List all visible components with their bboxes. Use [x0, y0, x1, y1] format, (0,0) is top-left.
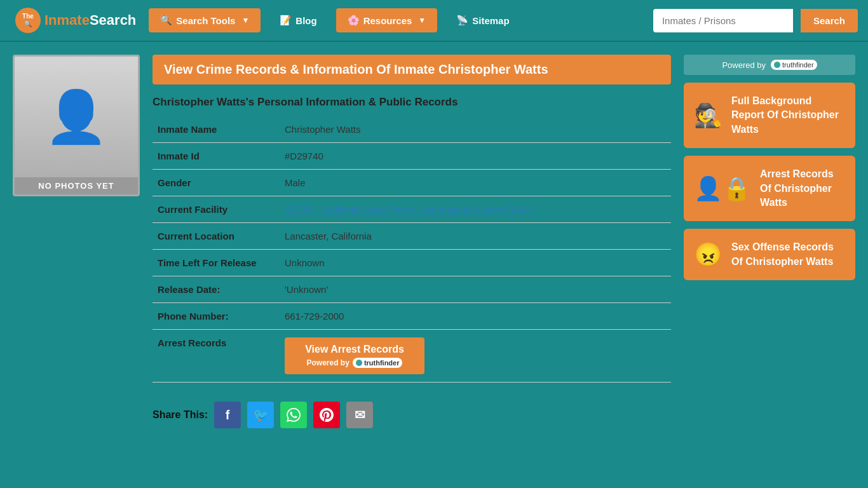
- blog-icon: 📝: [280, 15, 292, 26]
- section-subtitle: Christopher Watts's Personal Information…: [153, 96, 671, 109]
- blog-label: Blog: [295, 15, 316, 26]
- photo-placeholder: 👤: [15, 57, 138, 177]
- share-section: Share This: f 🐦 ✉: [153, 402, 671, 428]
- powered-by-text: Powered by: [307, 358, 349, 367]
- resources-arrow: ▼: [418, 16, 426, 25]
- row-label: Current Location: [153, 223, 280, 250]
- full-background-label: Full Background Report Of Christopher Wa…: [731, 94, 845, 137]
- sidebar-powered-by: Powered by truthfinder: [684, 55, 855, 75]
- header: The🔍 InmateSearch 🔍 Search Tools ▼ 📝 Blo…: [0, 0, 868, 42]
- row-value: Unknown: [280, 250, 671, 276]
- row-label: Release Date:: [153, 276, 280, 303]
- sitemap-label: Sitemap: [472, 15, 509, 26]
- share-twitter-button[interactable]: 🐦: [247, 402, 274, 428]
- table-row: Time Left For ReleaseUnknown: [153, 250, 671, 276]
- sidebar-tf-badge: truthfinder: [771, 60, 817, 70]
- sidebar-powered-by-text: Powered by: [722, 60, 766, 70]
- row-label: Current Facility: [153, 196, 280, 223]
- sidebar-tf-dot: [774, 62, 780, 68]
- search-tools-label: Search Tools: [176, 15, 235, 26]
- main-content: 👤 NO PHOTOS YET View Crime Records & Inf…: [0, 42, 868, 441]
- table-row: Current LocationLancaster, California: [153, 223, 671, 250]
- logo-text: InmateSearch: [44, 12, 136, 29]
- sidebar-arrest-records-button[interactable]: 👤🔒 Arrest Records Of Christopher Watts: [684, 156, 855, 221]
- sex-offense-label: Sex Offense Records Of Christopher Watts: [731, 240, 845, 269]
- row-label: Gender: [153, 170, 280, 196]
- arrest-row-table: Arrest Records View Arrest Records Power…: [153, 330, 671, 383]
- info-table: Inmate NameChristopher WattsInmate Id#D2…: [153, 116, 671, 330]
- detective-icon: 🕵️: [694, 104, 722, 127]
- table-row: Release Date:'Unknown': [153, 276, 671, 303]
- share-pinterest-button[interactable]: [313, 402, 340, 428]
- search-tools-arrow: ▼: [241, 16, 249, 25]
- sex-offense-icon: 😠: [694, 243, 722, 266]
- row-label: Inmate Id: [153, 143, 280, 170]
- arrest-records-sidebar-label: Arrest Records Of Christopher Watts: [760, 167, 845, 210]
- sidebar-full-background-button[interactable]: 🕵️ Full Background Report Of Christopher…: [684, 83, 855, 148]
- table-row: Inmate NameChristopher Watts: [153, 116, 671, 143]
- row-value[interactable]: CDCR - California State Prison, Los Ange…: [280, 196, 671, 223]
- table-row: Inmate Id#D29740: [153, 143, 671, 170]
- truthfinder-badge: truthfinder: [353, 358, 403, 368]
- search-button[interactable]: Search: [801, 9, 858, 32]
- row-value: #D29740: [280, 143, 671, 170]
- row-label: Phone Number:: [153, 303, 280, 330]
- blog-link[interactable]: 📝 Blog: [268, 8, 328, 32]
- view-arrest-records-button[interactable]: View Arrest Records Powered by truthfind…: [285, 337, 424, 374]
- photo-label: NO PHOTOS YET: [15, 177, 138, 194]
- arrest-btn-text: View Arrest Records: [305, 344, 404, 355]
- arrest-btn-powered-by: Powered by truthfinder: [307, 358, 403, 368]
- share-email-button[interactable]: ✉: [346, 402, 373, 428]
- row-value: 'Unknown': [280, 276, 671, 303]
- arrest-records-icon: 👤🔒: [694, 177, 751, 200]
- row-value: Lancaster, California: [280, 223, 671, 250]
- row-value: Male: [280, 170, 671, 196]
- sidebar: Powered by truthfinder 🕵️ Full Backgroun…: [684, 55, 855, 280]
- resources-button[interactable]: 🌸 Resources ▼: [336, 8, 438, 32]
- table-row: Phone Number:661-729-2000: [153, 303, 671, 330]
- search-input[interactable]: [653, 9, 793, 32]
- sitemap-link[interactable]: 📡 Sitemap: [445, 8, 520, 32]
- tf-label: truthfinder: [364, 359, 400, 367]
- facility-link[interactable]: CDCR - California State Prison, Los Ange…: [285, 204, 533, 215]
- search-tools-button[interactable]: 🔍 Search Tools ▼: [149, 8, 261, 32]
- silhouette-icon: 👤: [44, 92, 108, 142]
- row-label: Inmate Name: [153, 116, 280, 143]
- logo-icon: The🔍: [15, 8, 41, 33]
- search-tools-icon: 🔍: [160, 15, 172, 26]
- row-label: Time Left For Release: [153, 250, 280, 276]
- sidebar-tf-label: truthfinder: [782, 61, 814, 69]
- sidebar-sex-offense-button[interactable]: 😠 Sex Offense Records Of Christopher Wat…: [684, 229, 855, 280]
- sitemap-icon: 📡: [456, 15, 468, 26]
- share-label: Share This:: [153, 409, 208, 421]
- share-whatsapp-button[interactable]: [280, 402, 307, 428]
- row-value: 661-729-2000: [280, 303, 671, 330]
- resources-icon: 🌸: [348, 15, 360, 26]
- info-section: View Crime Records & Information Of Inma…: [153, 55, 671, 428]
- share-facebook-button[interactable]: f: [214, 402, 241, 428]
- photo-box: 👤 NO PHOTOS YET: [13, 55, 140, 196]
- tf-dot-icon: [356, 360, 362, 366]
- table-row: Current FacilityCDCR - California State …: [153, 196, 671, 223]
- table-row: GenderMale: [153, 170, 671, 196]
- resources-label: Resources: [363, 15, 412, 26]
- logo[interactable]: The🔍 InmateSearch: [10, 5, 141, 36]
- row-value: Christopher Watts: [280, 116, 671, 143]
- arrest-records-row: Arrest Records View Arrest Records Power…: [153, 330, 671, 383]
- arrest-records-label: Arrest Records: [153, 330, 280, 383]
- page-title: View Crime Records & Information Of Inma…: [153, 55, 671, 85]
